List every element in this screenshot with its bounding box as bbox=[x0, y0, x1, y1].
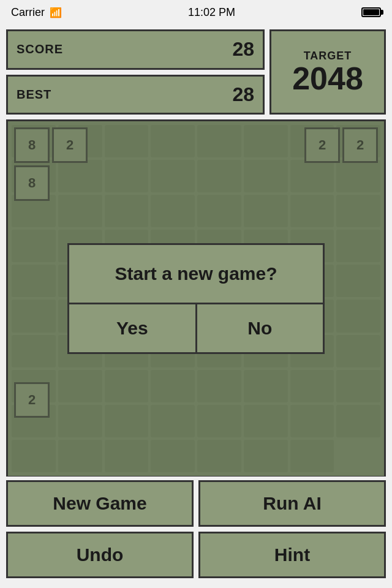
new-game-button[interactable]: New Game bbox=[6, 480, 194, 527]
status-left: Carrier 📶 bbox=[11, 6, 62, 19]
dialog-question: Start a new game? bbox=[69, 245, 323, 304]
target-value: 2048 bbox=[292, 62, 363, 94]
btn-row-1: New Game Run AI bbox=[6, 480, 386, 527]
undo-button[interactable]: Undo bbox=[6, 532, 194, 578]
status-bar: Carrier 📶 11:02 PM bbox=[0, 0, 392, 24]
run-ai-button[interactable]: Run AI bbox=[198, 480, 386, 527]
dialog-overlay: Start a new game? Yes No bbox=[8, 121, 384, 476]
best-value: 28 bbox=[232, 83, 254, 106]
score-left: SCORE 28 BEST 28 bbox=[6, 29, 265, 115]
dialog-box: Start a new game? Yes No bbox=[67, 243, 325, 354]
bottom-buttons: New Game Run AI Undo Hint bbox=[0, 477, 392, 588]
wifi-icon: 📶 bbox=[50, 7, 62, 18]
score-box: SCORE 28 bbox=[6, 29, 265, 70]
time-label: 11:02 PM bbox=[188, 6, 235, 19]
target-box: TARGET 2048 bbox=[270, 29, 386, 115]
battery-icon bbox=[361, 7, 381, 17]
dialog-buttons: Yes No bbox=[69, 304, 323, 352]
score-value: 28 bbox=[232, 38, 254, 61]
scores-area: SCORE 28 BEST 28 TARGET 2048 bbox=[0, 24, 392, 119]
best-label: BEST bbox=[17, 88, 51, 102]
carrier-label: Carrier bbox=[11, 6, 45, 19]
btn-row-2: Undo Hint bbox=[6, 532, 386, 578]
best-box: BEST 28 bbox=[6, 75, 265, 115]
yes-button[interactable]: Yes bbox=[69, 304, 197, 352]
hint-button[interactable]: Hint bbox=[198, 532, 386, 578]
game-board: 8 2 8 2 2 2 Start a new game? Yes No bbox=[6, 119, 386, 478]
score-label: SCORE bbox=[17, 42, 63, 56]
no-button[interactable]: No bbox=[197, 304, 323, 352]
